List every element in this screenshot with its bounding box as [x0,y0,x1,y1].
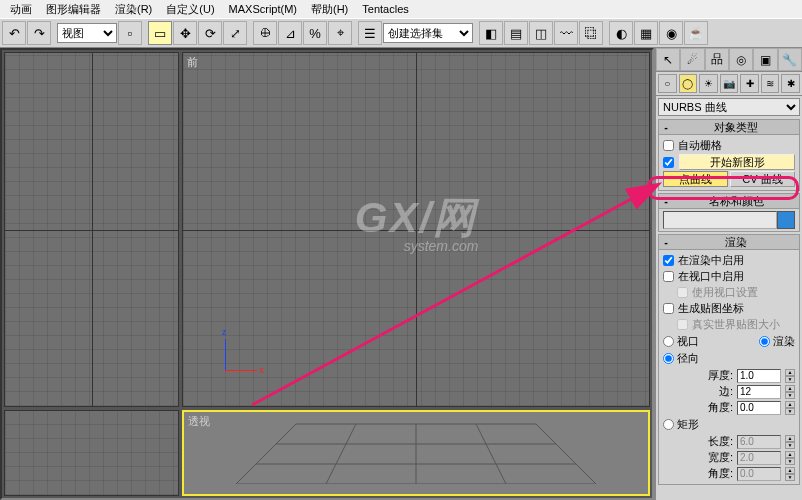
select-object-button[interactable]: ▭ [148,21,172,45]
viewport-area: 前 zx GX/网 system.com 透视 [0,48,654,500]
named-selection-set-dropdown[interactable]: 创建选择集 [383,23,473,43]
object-name-input[interactable] [663,211,777,229]
width-spinner: ▲▼ [785,451,795,465]
menu-animation[interactable]: 动画 [4,1,38,18]
viewport-label-front: 前 [187,55,198,70]
menu-tentacles[interactable]: Tentacles [356,2,414,16]
angle-input[interactable] [737,401,781,415]
thickness-input[interactable] [737,369,781,383]
command-panel-tabs: ↖ ☄ 品 ◎ ▣ 🔧 [656,48,802,72]
schematic-view-button[interactable]: ⿻ [579,21,603,45]
viewport-perspective[interactable]: 透视 [182,410,650,496]
enable-in-viewport-checkbox[interactable] [663,271,674,282]
shapes-icon[interactable]: ◯ [679,74,698,93]
spinner-snap-button[interactable]: ⌖ [328,21,352,45]
subcategory-dropdown[interactable]: NURBS 曲线 [658,98,800,116]
rectangular-radio-label: 矩形 [677,417,699,432]
helpers-icon[interactable]: ✚ [740,74,759,93]
reference-coord-dropdown[interactable]: 视图 [57,23,117,43]
lights-icon[interactable]: ☀ [699,74,718,93]
perspective-grid [236,414,596,484]
systems-icon[interactable]: ✱ [781,74,800,93]
width-label: 宽度: [663,450,733,465]
sides-input[interactable] [737,385,781,399]
length-label: 长度: [663,434,733,449]
motion-tab-icon[interactable]: ◎ [729,48,753,71]
display-tab-icon[interactable]: ▣ [753,48,777,71]
viewport-bottom-left[interactable] [4,410,179,496]
create-tab-icon[interactable]: ↖ [656,48,680,71]
enable-in-render-checkbox[interactable] [663,255,674,266]
render-frame-button[interactable]: ◉ [659,21,683,45]
hierarchy-tab-icon[interactable]: 品 [705,48,729,71]
radial-radio-label: 径向 [677,351,699,366]
thickness-label: 厚度: [663,368,733,383]
viewport-label-persp: 透视 [188,414,210,429]
cv-curve-button[interactable]: CV 曲线 [730,171,795,187]
use-pivot-center-button[interactable]: ▫ [118,21,142,45]
spacewarps-icon[interactable]: ≋ [761,74,780,93]
gen-map-coords-label: 生成贴图坐标 [678,301,744,316]
sides-spinner[interactable]: ▲▼ [785,385,795,399]
rollout-title-namecolor: 名称和颜色 [673,194,799,209]
menu-customize[interactable]: 自定义(U) [160,1,220,18]
modify-tab-icon[interactable]: ☄ [680,48,704,71]
svg-line-5 [326,424,356,484]
curve-editor-button[interactable]: 〰 [554,21,578,45]
select-rotate-button[interactable]: ⟳ [198,21,222,45]
percent-snap-button[interactable]: % [303,21,327,45]
viewport-radio[interactable] [663,336,674,347]
start-new-shape-button[interactable]: 开始新图形 [679,154,795,170]
viewport-top-left[interactable] [4,52,179,407]
angle-snap-button[interactable]: ⊿ [278,21,302,45]
radial-radio[interactable] [663,353,674,364]
angle2-input [737,467,781,481]
redo-button[interactable]: ↷ [27,21,51,45]
main-toolbar: ↶ ↷ 视图 ▫ ▭ ✥ ⟳ ⤢ 𐀏 ⊿ % ⌖ ☰ 创建选择集 ◧ ▤ ◫ 〰… [0,18,802,48]
menu-help[interactable]: 帮助(H) [305,1,354,18]
thickness-spinner[interactable]: ▲▼ [785,369,795,383]
select-move-button[interactable]: ✥ [173,21,197,45]
layer-manager-button[interactable]: ◫ [529,21,553,45]
rollout-toggle[interactable]: - [659,236,673,248]
gen-map-coords-checkbox[interactable] [663,303,674,314]
start-new-shape-checkbox[interactable] [663,157,674,168]
svg-line-7 [476,424,506,484]
angle2-label: 角度: [663,466,733,481]
geometry-icon[interactable]: ○ [658,74,677,93]
command-panel: ↖ ☄ 品 ◎ ▣ 🔧 ○ ◯ ☀ 📷 ✚ ≋ ✱ NURBS 曲线 -对象类型… [654,48,802,500]
autogrid-label: 自动栅格 [678,138,722,153]
length-input [737,435,781,449]
viewport-front[interactable]: 前 zx GX/网 system.com [182,52,650,407]
align-button[interactable]: ▤ [504,21,528,45]
autogrid-checkbox[interactable] [663,140,674,151]
angle-spinner[interactable]: ▲▼ [785,401,795,415]
snap-toggle-button[interactable]: 𐀏 [253,21,277,45]
named-sets-icon[interactable]: ☰ [358,21,382,45]
rollout-title-render: 渲染 [673,235,799,250]
angle2-spinner: ▲▼ [785,467,795,481]
quick-render-button[interactable]: ☕ [684,21,708,45]
menu-bar: 动画 图形编辑器 渲染(R) 自定义(U) MAXScript(M) 帮助(H)… [0,0,802,18]
material-editor-button[interactable]: ◐ [609,21,633,45]
mirror-button[interactable]: ◧ [479,21,503,45]
undo-button[interactable]: ↶ [2,21,26,45]
rollout-toggle[interactable]: - [659,121,673,133]
rollout-title-objtype: 对象类型 [673,120,799,135]
menu-render[interactable]: 渲染(R) [109,1,158,18]
realworld-map-checkbox [677,319,688,330]
render-radio[interactable] [759,336,770,347]
svg-line-4 [236,424,296,484]
use-viewport-settings-label: 使用视口设置 [692,285,758,300]
render-radio-label: 渲染 [773,334,795,349]
select-scale-button[interactable]: ⤢ [223,21,247,45]
point-curve-button[interactable]: 点曲线 [663,171,728,187]
utilities-tab-icon[interactable]: 🔧 [778,48,802,71]
render-setup-button[interactable]: ▦ [634,21,658,45]
menu-maxscript[interactable]: MAXScript(M) [223,2,303,16]
rollout-toggle[interactable]: - [659,195,673,207]
menu-graphics-editor[interactable]: 图形编辑器 [40,1,107,18]
rectangular-radio[interactable] [663,419,674,430]
cameras-icon[interactable]: 📷 [720,74,739,93]
object-color-swatch[interactable] [777,211,795,229]
